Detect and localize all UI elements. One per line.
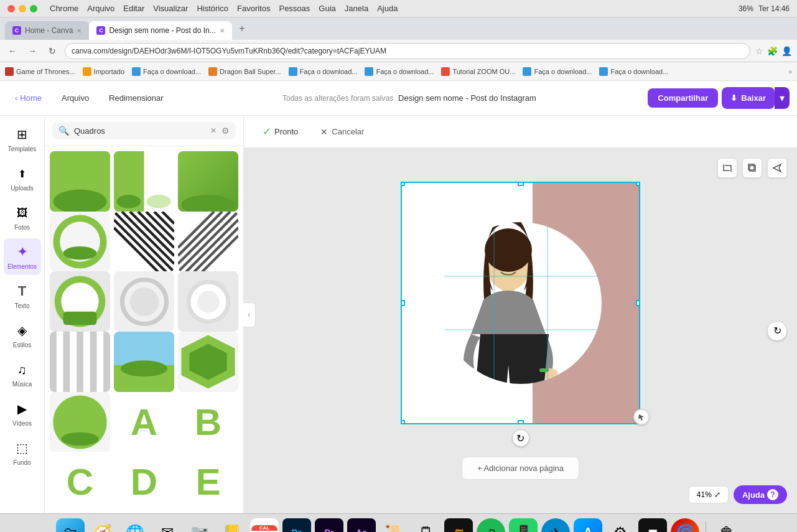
dock-finder[interactable]: 🗂 <box>56 518 85 533</box>
sidebar-item-templates[interactable]: ⊞ Templates <box>4 121 41 157</box>
sidebar-item-photos[interactable]: 🖼 Fotos <box>4 199 41 236</box>
grid-item-1[interactable] <box>50 151 110 212</box>
bookmark-download5[interactable]: Faça o download... <box>599 67 668 76</box>
sidebar-item-text[interactable]: T Texto <box>4 278 41 314</box>
window-minimize-button[interactable] <box>19 5 26 12</box>
dock-aftereffects[interactable]: Ae <box>347 518 376 533</box>
bookmark-download1[interactable]: Faça o download... <box>132 67 201 76</box>
canva-download-dropdown-button[interactable]: ▾ <box>775 87 790 109</box>
dock-calendar[interactable]: CAL 8 <box>250 518 279 533</box>
bookmark-download4[interactable]: Faça o download... <box>523 67 592 76</box>
mac-menu-arquivo[interactable]: Arquivo <box>87 4 114 13</box>
dock-settings[interactable]: ⚙ <box>606 518 635 533</box>
tab-design[interactable]: C Design sem nome - Post do In... ✕ <box>89 21 231 40</box>
mac-menu-janela[interactable]: Janela <box>345 4 368 13</box>
url-input[interactable]: canva.com/design/DAEHOdr3w6M/I-IOT5OGYu5… <box>65 43 750 59</box>
canva-redimensionar-button[interactable]: Redimensionar <box>101 90 170 106</box>
sidebar-item-styles[interactable]: ◈ Estilos <box>4 317 41 353</box>
dock-whatsapp[interactable]: 📱 <box>509 518 538 533</box>
grid-item-5[interactable] <box>114 212 174 272</box>
duplicate-button[interactable] <box>742 158 762 178</box>
tab-home[interactable]: C Home - Canva ✕ <box>5 21 89 40</box>
panel-collapse-button[interactable]: ‹ <box>243 302 256 327</box>
mac-menu-favoritos[interactable]: Favoritos <box>237 4 270 13</box>
handle-top-middle[interactable] <box>518 182 524 186</box>
canvas-circle-frame[interactable] <box>440 222 602 384</box>
zoom-control[interactable]: 41% ⤢ <box>689 486 729 503</box>
done-button[interactable]: ✓ Pronto <box>256 122 304 141</box>
dock-taskheat[interactable]: ≋ <box>444 518 473 533</box>
sidebar-item-background[interactable]: ⬚ Fundo <box>4 434 41 471</box>
mac-menu-editar[interactable]: Editar <box>123 4 144 13</box>
profile-icon[interactable]: 👤 <box>781 46 792 56</box>
window-maximize-button[interactable] <box>30 5 37 12</box>
dock-scripts[interactable]: 📜 <box>380 518 408 533</box>
grid-item-16[interactable]: C <box>50 452 110 512</box>
dock-safari[interactable]: 🧭 <box>88 518 117 533</box>
tab-home-close[interactable]: ✕ <box>77 27 82 34</box>
back-button[interactable]: ← <box>5 44 20 58</box>
help-button[interactable]: Ajuda ? <box>734 485 787 504</box>
dock-telegram[interactable]: ✈ <box>541 518 570 533</box>
search-input[interactable] <box>74 126 205 136</box>
dock-appstore[interactable]: A <box>574 518 602 533</box>
grid-item-9[interactable] <box>178 271 238 332</box>
handle-bottom-middle[interactable] <box>518 420 524 424</box>
grid-item-11[interactable] <box>114 332 174 392</box>
tab-design-close[interactable]: ✕ <box>220 27 225 34</box>
forward-button[interactable]: → <box>25 44 40 58</box>
rotate-icon[interactable]: ↻ <box>767 321 787 341</box>
grid-item-4[interactable] <box>50 212 110 272</box>
bookmark-star-icon[interactable]: ☆ <box>755 46 763 56</box>
search-box[interactable]: 🔍 ✕ ⚙ <box>52 122 236 139</box>
canvas-area[interactable]: ↻ <box>244 148 797 513</box>
grid-item-3[interactable] <box>178 151 238 212</box>
bookmarks-more[interactable]: » <box>788 68 792 75</box>
grid-item-15[interactable]: B <box>178 392 238 452</box>
dock-spotify[interactable]: ♫ <box>477 518 505 533</box>
dock-photoshop[interactable]: Ps <box>282 518 311 533</box>
window-close-button[interactable] <box>7 5 15 12</box>
dock-photos[interactable]: 📷 <box>185 518 214 533</box>
sidebar-item-uploads[interactable]: ⬆ Uploads <box>4 160 41 197</box>
dock-premiere[interactable]: Pr <box>315 518 343 533</box>
canva-home-button[interactable]: ‹ Home <box>7 90 49 106</box>
bookmark-importado[interactable]: Importado <box>83 67 125 76</box>
bookmark-download2[interactable]: Faça o download... <box>289 67 358 76</box>
canvas-frame[interactable] <box>401 182 640 424</box>
grid-item-13[interactable] <box>50 392 110 452</box>
cancel-button[interactable]: ✕ Cancelar <box>314 123 370 141</box>
canva-arquivo-button[interactable]: Arquivo <box>54 90 96 106</box>
mac-menu-guia[interactable]: Guia <box>319 4 335 13</box>
dock-notes[interactable]: 📒 <box>218 518 246 533</box>
reload-button[interactable]: ↻ <box>45 44 60 58</box>
mac-menu-pessoas[interactable]: Pessoas <box>279 4 310 13</box>
canva-design-title[interactable]: Design sem nome - Post do Instagram <box>398 93 536 103</box>
dock-chrome[interactable]: 🌐 <box>121 518 149 533</box>
bookmark-dragonball[interactable]: Dragon Ball Super... <box>208 67 281 76</box>
bookmark-game-of-thrones[interactable]: Game of Thrones... <box>5 67 75 76</box>
handle-bottom-left[interactable] <box>401 420 405 424</box>
crop-button[interactable] <box>717 158 737 178</box>
grid-item-14[interactable]: A <box>114 392 174 452</box>
search-clear-button[interactable]: ✕ <box>210 126 217 135</box>
dock-mail[interactable]: ✉ <box>153 518 182 533</box>
grid-item-6[interactable] <box>178 212 238 272</box>
canva-share-button[interactable]: Compartilhar <box>648 88 718 108</box>
handle-left-middle[interactable] <box>401 300 405 306</box>
search-filter-button[interactable]: ⚙ <box>221 126 230 136</box>
bookmark-tutorial[interactable]: Tutorial ZOOM OU... <box>441 67 515 76</box>
grid-item-10[interactable] <box>50 332 110 392</box>
bookmark-download3[interactable]: Faça o download... <box>365 67 434 76</box>
grid-item-2[interactable] <box>114 151 174 212</box>
dock-trash[interactable]: 🗑 <box>712 518 741 533</box>
grid-item-18[interactable]: E <box>178 452 238 512</box>
mac-menu-ajuda[interactable]: Ajuda <box>377 4 398 13</box>
grid-item-17[interactable]: D <box>114 452 174 512</box>
dock-browser2[interactable]: 🌀 <box>671 518 699 533</box>
sidebar-item-videos[interactable]: ▶ Vídeos <box>4 395 41 432</box>
sidebar-item-elements[interactable]: ✦ Elementos <box>4 238 41 275</box>
dock-stickies[interactable]: 🗒 <box>412 518 440 533</box>
canvas-rotate-handle[interactable]: ↻ <box>512 429 529 447</box>
canva-download-button[interactable]: ⬇ Baixar <box>722 87 775 109</box>
